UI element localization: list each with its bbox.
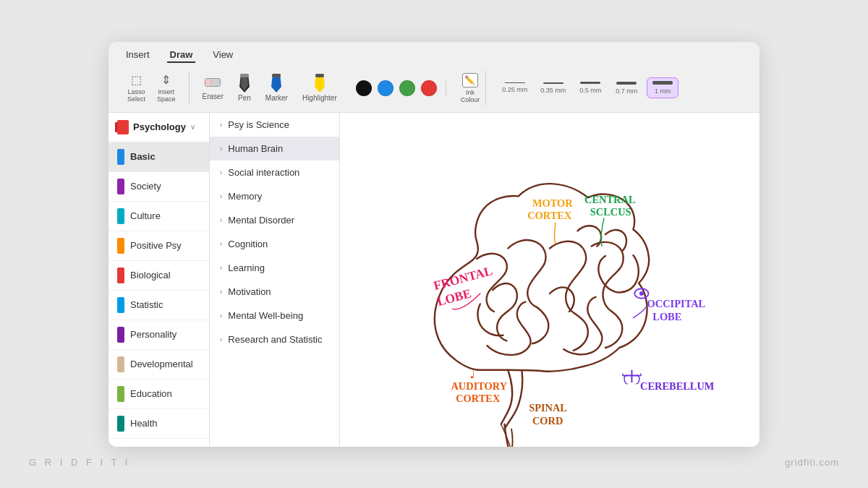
item-color-culture (117, 208, 124, 224)
notebook-header[interactable]: Psychology ∨ (109, 113, 209, 142)
main-content: Psychology ∨ Basic Society Culture Posit… (109, 113, 760, 447)
sidebar-label-developmental: Developmental (130, 359, 193, 369)
sidebar: Psychology ∨ Basic Society Culture Posit… (109, 113, 210, 447)
chevron-icon: › (220, 264, 222, 272)
menu-insert[interactable]: Insert (123, 48, 153, 63)
item-color-developmental (117, 356, 124, 372)
color-black[interactable] (356, 80, 372, 96)
stroke-label-05: 0.5 mm (579, 87, 601, 94)
stroke-025[interactable]: 0.25 mm (498, 80, 532, 96)
chevron-icon: › (220, 216, 222, 224)
toolbar: Insert Draw View ⬚ LassoSelect ⇕ InsertS… (109, 42, 760, 113)
submenu-learning[interactable]: › Learning (210, 256, 339, 280)
stroke-line-025 (505, 82, 525, 83)
submenu-label-learning: Learning (228, 262, 265, 273)
chevron-icon: › (220, 168, 222, 176)
ink-colour-button[interactable]: ✏️ InkColour (455, 70, 487, 106)
sidebar-item-biological[interactable]: Biological (109, 261, 209, 291)
lasso-label: LassoSelect (127, 88, 145, 103)
stroke-1[interactable]: 1 mm (647, 77, 678, 98)
svg-text:CORD: CORD (532, 414, 563, 426)
submenu-cognition[interactable]: › Cognition (210, 232, 339, 256)
submenu-mental-wellbeing[interactable]: › Mental Well-being (210, 304, 339, 328)
marker-icon (271, 74, 282, 93)
sidebar-item-statistic[interactable]: Statistic (109, 291, 209, 320)
stroke-group: 0.25 mm 0.35 mm 0.5 mm 0.7 mm 1 mm (498, 77, 678, 98)
canvas-area[interactable]: FRONTAL LOBE MOTOR CORTEX CENTRAL SCLCUS… (340, 113, 760, 447)
submenu-psy-science[interactable]: › Psy is Science (210, 113, 339, 137)
submenu-research[interactable]: › Research and Statistic (210, 328, 339, 351)
stroke-label-1: 1 mm (655, 87, 671, 95)
highlighter-button[interactable]: Highlighter (298, 72, 341, 103)
color-red[interactable] (421, 80, 437, 96)
submenu-label-memory: Memory (228, 191, 262, 202)
sidebar-item-education[interactable]: Education (109, 380, 209, 409)
sidebar-label-culture: Culture (130, 210, 161, 221)
sidebar-label-health: Health (130, 418, 158, 429)
eraser-icon (203, 75, 222, 91)
ink-colour-icon: ✏️ (462, 73, 478, 87)
stroke-05[interactable]: 0.5 mm (574, 79, 606, 97)
sidebar-item-society[interactable]: Society (109, 172, 209, 202)
sidebar-item-basic[interactable]: Basic (109, 142, 209, 172)
svg-rect-6 (315, 74, 324, 77)
sidebar-label-positive: Positive Psy (130, 240, 182, 251)
submenu-motivation[interactable]: › Motivation (210, 280, 339, 304)
tool-group-select: ⬚ LassoSelect ⇕ InsertSpace (123, 72, 190, 104)
sidebar-label-personality: Personality (130, 329, 176, 340)
stroke-line-1 (652, 81, 673, 85)
marker-label: Marker (265, 94, 288, 102)
sidebar-item-culture[interactable]: Culture (109, 202, 209, 231)
svg-point-16 (639, 291, 644, 296)
submenu-mental-disorder[interactable]: › Mental Disorder (210, 208, 339, 232)
item-color-health (117, 416, 124, 432)
sidebar-label-biological: Biological (130, 270, 171, 281)
svg-text:OCCIPITAL: OCCIPITAL (647, 298, 706, 309)
menu-draw[interactable]: Draw (167, 48, 196, 63)
menu-view[interactable]: View (210, 48, 236, 63)
chevron-icon: › (220, 121, 222, 129)
footer: G R I D F I T I gridfiti.com (0, 457, 868, 468)
eraser-label: Eraser (203, 93, 224, 100)
pen-button[interactable]: Pen (234, 72, 255, 103)
submenu-label-human-brain: Human Brain (228, 143, 283, 154)
pen-icon (239, 74, 250, 93)
submenu-memory[interactable]: › Memory (210, 184, 339, 208)
sidebar-item-health[interactable]: Health (109, 409, 209, 439)
submenu-human-brain[interactable]: › Human Brain (210, 137, 339, 160)
submenu-label-cognition: Cognition (228, 239, 268, 249)
brain-drawing: FRONTAL LOBE MOTOR CORTEX CENTRAL SCLCUS… (369, 120, 731, 447)
marker-button[interactable]: Marker (261, 72, 292, 103)
submenu-social[interactable]: › Social interaction (210, 160, 339, 184)
highlighter-label: Highlighter (302, 94, 337, 102)
lasso-select-button[interactable]: ⬚ LassoSelect (123, 72, 150, 104)
sidebar-item-developmental[interactable]: Developmental (109, 350, 209, 380)
sidebar-item-positive-psy[interactable]: Positive Psy (109, 231, 209, 261)
submenu-label-social: Social interaction (228, 167, 299, 178)
color-green[interactable] (399, 80, 415, 96)
submenu-label-mental-wellbeing: Mental Well-being (228, 310, 303, 321)
item-color-personality (117, 327, 124, 343)
stroke-035[interactable]: 0.35 mm (536, 80, 570, 97)
insert-space-button[interactable]: ⇕ InsertSpace (153, 72, 180, 104)
svg-text:CENTRAL: CENTRAL (584, 194, 635, 205)
svg-text:♩: ♩ (469, 367, 475, 381)
highlighter-icon (314, 74, 326, 93)
notebook-icon (117, 120, 129, 134)
stroke-07[interactable]: 0.7 mm (610, 79, 642, 98)
sidebar-item-personality[interactable]: Personality (109, 320, 209, 350)
submenu-label-mental-disorder: Mental Disorder (228, 215, 294, 226)
stroke-line-07 (616, 82, 637, 85)
color-blue[interactable] (378, 80, 393, 96)
insert-label: InsertSpace (157, 88, 176, 103)
svg-text:SPINAL: SPINAL (529, 402, 567, 414)
sidebar-label-society: Society (130, 181, 161, 192)
insert-icon: ⇕ (161, 73, 171, 87)
eraser-button[interactable]: Eraser (198, 74, 228, 102)
sidebar-label-basic: Basic (130, 151, 156, 162)
color-group (347, 80, 446, 96)
submenu-label-motivation: Motivation (228, 286, 271, 297)
svg-text:CORTEX: CORTEX (527, 210, 572, 221)
stroke-line-035 (543, 82, 563, 84)
stroke-label-035: 0.35 mm (540, 87, 566, 94)
